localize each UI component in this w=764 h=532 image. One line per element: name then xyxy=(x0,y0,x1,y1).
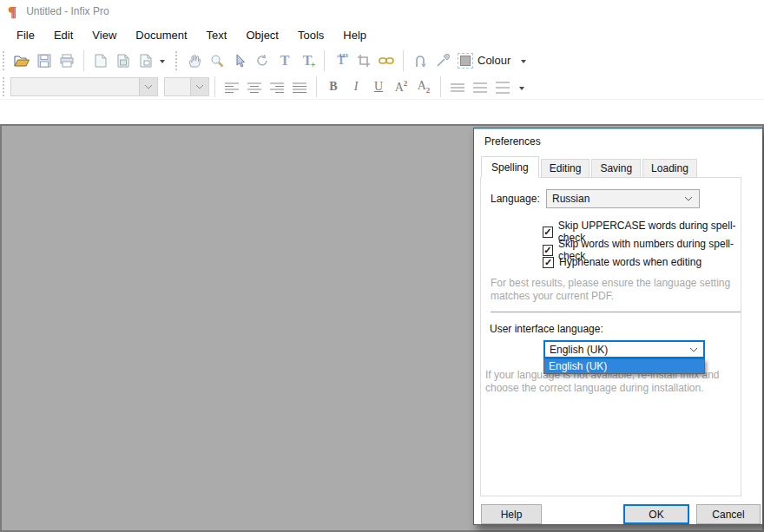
toolbar-main: T T+ T123 xyxy=(0,46,764,75)
section-divider xyxy=(491,312,741,312)
rotate-icon xyxy=(255,54,269,68)
eyedropper-icon xyxy=(436,54,450,68)
new-page-button[interactable] xyxy=(89,49,112,72)
text-tool-button[interactable]: T xyxy=(273,49,296,72)
ok-button[interactable]: OK xyxy=(623,504,689,524)
line-spacing-medium-icon xyxy=(472,82,488,93)
menu-tools[interactable]: Tools xyxy=(288,26,333,44)
toolbar-separator xyxy=(440,76,441,97)
tab-saving[interactable]: Saving xyxy=(591,159,641,178)
dialog-title[interactable]: Preferences xyxy=(484,135,541,148)
superscript-button[interactable]: A2 xyxy=(390,76,412,98)
menu-object[interactable]: Object xyxy=(236,26,288,44)
italic-icon: I xyxy=(354,80,359,94)
line-spacing-wide-button[interactable] xyxy=(491,76,514,98)
tab-spelling[interactable]: Spelling xyxy=(481,156,539,178)
menu-help[interactable]: Help xyxy=(333,26,376,44)
menu-file[interactable]: File xyxy=(7,26,44,44)
pan-hand-button[interactable] xyxy=(183,49,206,72)
bold-icon: B xyxy=(329,80,337,94)
align-left-button[interactable] xyxy=(221,76,243,98)
menu-document[interactable]: Document xyxy=(126,26,196,44)
format-overflow-caret[interactable] xyxy=(519,87,524,93)
toolbar-grip[interactable] xyxy=(175,51,180,70)
link-icon xyxy=(379,55,394,67)
print-button[interactable] xyxy=(56,49,78,72)
subscript-button[interactable]: A2 xyxy=(412,76,435,98)
font-name-combobox[interactable] xyxy=(10,77,158,96)
tab-loading[interactable]: Loading xyxy=(642,159,697,178)
help-button[interactable]: Help xyxy=(481,504,542,524)
page-tools-dropdown-caret[interactable] xyxy=(160,60,165,66)
language-note: For best results, please ensure the lang… xyxy=(491,277,744,303)
toolbar-separator xyxy=(324,50,325,71)
select-button[interactable] xyxy=(228,49,251,72)
print-icon xyxy=(59,54,75,68)
open-button[interactable] xyxy=(10,49,33,72)
preferences-tabs: Spelling Editing Saving Loading xyxy=(481,158,699,178)
line-spacing-tight-button[interactable] xyxy=(446,76,469,98)
menu-edit[interactable]: Edit xyxy=(44,26,82,44)
colour-dropdown-caret[interactable] xyxy=(521,60,526,66)
zoom-button[interactable] xyxy=(206,49,228,72)
line-spacing-wide-icon xyxy=(495,81,510,94)
reflow-button[interactable] xyxy=(409,49,431,72)
cancel-button[interactable]: Cancel xyxy=(696,504,761,524)
open-icon xyxy=(13,54,30,68)
line-spacing-medium-button[interactable] xyxy=(469,76,491,98)
checkbox-check-icon: ✓ xyxy=(543,245,553,256)
colour-button[interactable]: Colour xyxy=(454,51,514,70)
font-size-dropdown-button[interactable] xyxy=(190,78,208,95)
page-preview-button[interactable] xyxy=(112,49,135,72)
checkbox-hyphenate[interactable]: ✓ Hyphenate words when editing xyxy=(543,256,701,268)
font-size-combobox[interactable] xyxy=(164,77,209,96)
align-center-button[interactable] xyxy=(243,76,266,98)
align-justify-button[interactable] xyxy=(288,76,311,98)
app-window: ¶ Untitled - Infix Pro File Edit View Do… xyxy=(0,0,764,532)
rotate-button[interactable] xyxy=(251,49,273,72)
link-button[interactable] xyxy=(375,49,398,72)
eyedropper-button[interactable] xyxy=(431,49,454,72)
menu-view[interactable]: View xyxy=(82,26,126,44)
title-bar[interactable]: ¶ Untitled - Infix Pro xyxy=(0,0,764,23)
page-thumb-button[interactable] xyxy=(135,49,157,72)
ui-language-combobox[interactable]: English (UK) xyxy=(543,340,705,358)
save-button[interactable] xyxy=(33,49,56,72)
chevron-down-icon xyxy=(684,196,693,201)
paragraph-numbering-button[interactable]: T123 xyxy=(330,49,352,72)
language-value: Russian xyxy=(552,193,684,205)
underline-button[interactable]: U xyxy=(367,76,390,98)
italic-button[interactable]: I xyxy=(345,76,367,98)
checkbox-check-icon: ✓ xyxy=(543,257,554,268)
ui-language-value: English (UK) xyxy=(550,344,689,356)
page-preview-icon xyxy=(117,54,129,68)
toolbar-separator xyxy=(316,76,317,97)
toolbar-grip[interactable] xyxy=(3,51,7,70)
zoom-icon xyxy=(210,54,224,68)
page-thumb-icon xyxy=(140,54,152,68)
subscript-icon: A2 xyxy=(418,79,431,95)
text-tool-icon: T xyxy=(280,53,290,69)
chevron-down-icon xyxy=(144,84,153,89)
align-left-icon xyxy=(224,82,240,93)
infix-logo-icon: ¶ xyxy=(8,4,16,19)
underline-icon: U xyxy=(374,80,383,94)
text-plus-button[interactable]: T+ xyxy=(296,49,319,72)
select-arrow-icon xyxy=(234,54,246,68)
save-icon xyxy=(37,54,51,68)
crop-button[interactable] xyxy=(352,49,375,72)
bold-button[interactable]: B xyxy=(322,76,345,98)
language-combobox[interactable]: Russian xyxy=(546,189,700,208)
font-size-value xyxy=(165,81,169,93)
pan-hand-icon xyxy=(188,54,201,68)
dropdown-option-english-uk[interactable]: English (UK) xyxy=(544,359,704,373)
toolbar-grip[interactable] xyxy=(3,77,7,96)
chevron-down-icon xyxy=(195,84,204,89)
font-name-dropdown-button[interactable] xyxy=(139,78,157,95)
tab-editing[interactable]: Editing xyxy=(541,159,590,178)
checkbox-check-icon: ✓ xyxy=(543,227,553,238)
menu-text[interactable]: Text xyxy=(197,26,237,44)
chevron-down-icon xyxy=(689,347,698,352)
align-right-button[interactable] xyxy=(266,76,288,98)
toolbar-separator xyxy=(403,50,404,71)
